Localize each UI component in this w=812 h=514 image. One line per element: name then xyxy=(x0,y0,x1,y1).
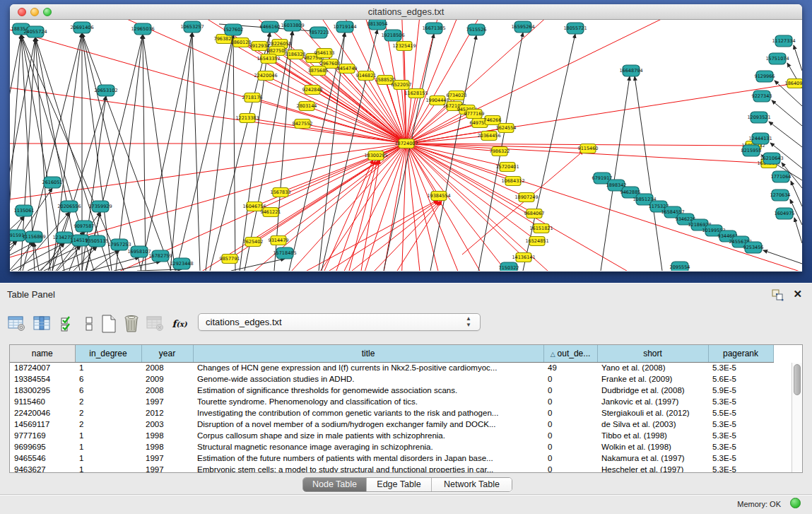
close-panel-icon[interactable]: ✕ xyxy=(793,288,802,300)
graph-node-label: 10684312 xyxy=(501,178,524,184)
graph-node-label: 1270634 xyxy=(770,192,791,198)
cell: 1 xyxy=(75,441,141,452)
graph-node-label: 15751074 xyxy=(765,56,789,62)
node-table[interactable]: namein_degreeyeartitle△out_de...shortpag… xyxy=(9,344,803,473)
table-scrollbar[interactable] xyxy=(792,363,802,472)
cell: 5.9E-5 xyxy=(708,385,773,396)
cell: 9115460 xyxy=(10,396,75,407)
table-row[interactable]: 1938455462009Genome-wide association stu… xyxy=(10,373,773,385)
float-panel-icon[interactable] xyxy=(771,288,784,301)
panel-title: Table Panel xyxy=(7,289,55,300)
cell: 1 xyxy=(75,452,141,464)
cell: 9699695 xyxy=(10,441,75,452)
graph-node-label: 9097587 xyxy=(74,223,95,229)
graph-node-label: 8813054 xyxy=(367,21,388,27)
cell: 18300295 xyxy=(10,385,75,396)
column-header-in_degree[interactable]: in_degree xyxy=(75,345,141,362)
graph-node-label: 16671385 xyxy=(422,25,445,31)
graph-node-label: 12444131 xyxy=(748,136,772,141)
cell: 6 xyxy=(75,373,141,385)
cell: 5.5E-5 xyxy=(708,407,773,419)
graph-node-label: 1604975 xyxy=(775,211,795,216)
cell: Yano et al. (2008) xyxy=(597,362,708,373)
graph-node-label: 8860128 xyxy=(231,40,252,45)
cell: 14569117 xyxy=(10,419,75,430)
table-scrollbar-thumb[interactable] xyxy=(794,364,801,395)
window-title: citations_edges.txt xyxy=(10,6,802,17)
cell: Embryonic stem cells: a model to study s… xyxy=(193,464,543,473)
column-header-year[interactable]: year xyxy=(141,345,193,362)
graph-node-label: 20691406 xyxy=(70,25,93,30)
window-titlebar[interactable]: citations_edges.txt xyxy=(10,4,802,20)
cell: Stergiakouli et al. (2012) xyxy=(597,407,708,419)
cell: Wolkin et al. (1998) xyxy=(597,441,708,452)
cell: Structural magnetic resonance image aver… xyxy=(193,441,543,452)
tab-network-table[interactable]: Network Table xyxy=(432,478,512,491)
column-header-short[interactable]: short xyxy=(597,345,708,362)
cell: 2012 xyxy=(141,407,193,419)
table-row[interactable]: 1872400712008Changes of HCN gene express… xyxy=(10,362,773,373)
column-header-pagerank[interactable]: pagerank xyxy=(708,345,773,362)
graph-node-label: 7150322 xyxy=(499,265,519,271)
graph-node-label: 16782759 xyxy=(148,253,172,259)
table-row[interactable]: 969969511998Structural magnetic resonanc… xyxy=(10,441,773,452)
cell: 2 xyxy=(75,419,141,430)
function-builder-icon[interactable]: f(x) xyxy=(170,313,189,334)
table-select-dropdown[interactable]: citations_edges.txt ▲▼ xyxy=(198,313,481,331)
cell: 6 xyxy=(75,385,141,396)
cell: 1998 xyxy=(141,441,193,452)
cell: 1 xyxy=(75,362,141,373)
tab-node-table[interactable]: Node Table xyxy=(303,478,367,491)
table-row[interactable]: 1456911722003Disruption of a novel membe… xyxy=(10,419,773,430)
citation-network-graph[interactable]: 1872400712325419796382288601288912934282… xyxy=(10,20,802,271)
graph-node-label: 10719144 xyxy=(333,24,356,30)
tab-edge-table[interactable]: Edge Table xyxy=(367,478,432,491)
cell: 0 xyxy=(543,373,597,385)
graph-node-label: 9461221 xyxy=(261,209,281,215)
graph-node-label: 9684067 xyxy=(524,211,545,216)
table-row[interactable]: 1830029562008Estimation of significance … xyxy=(10,385,773,396)
column-header-out_de[interactable]: △out_de... xyxy=(543,345,597,362)
selection-checks-icon[interactable] xyxy=(58,313,78,334)
cell: 0 xyxy=(543,385,597,396)
cell: 9465546 xyxy=(10,452,75,464)
row-height-icon[interactable] xyxy=(79,313,99,334)
cell: 5.3E-5 xyxy=(708,464,773,473)
graph-node-label: 16210643 xyxy=(760,156,783,161)
show-columns-icon[interactable] xyxy=(33,313,52,334)
status-bar: Memory: OK xyxy=(0,494,812,514)
delete-table-icon[interactable] xyxy=(146,313,165,334)
graph-node-label: 7515526 xyxy=(466,27,487,33)
column-header-title[interactable]: title xyxy=(193,345,543,362)
graph-node-label: 18907249 xyxy=(514,194,538,200)
cell: Changes of HCN gene expression and I(f) … xyxy=(193,362,543,373)
create-column-icon[interactable] xyxy=(99,313,119,334)
graph-node-label: 1567833 xyxy=(271,189,291,195)
delete-columns-icon[interactable] xyxy=(122,313,141,334)
graph-node-label: 1771064 xyxy=(771,174,792,180)
network-window[interactable]: citations_edges.txt 18724007123254197963… xyxy=(10,4,802,271)
cell: Dudbridge et al. (2008) xyxy=(597,385,708,396)
table-row[interactable]: 911546021997Tourette syndrome. Phenomeno… xyxy=(10,396,773,407)
graph-node-label: 3624554 xyxy=(496,125,517,131)
cell: 49 xyxy=(543,362,597,373)
cell: Hescheler et al. (1997) xyxy=(597,464,708,473)
column-header-name[interactable]: name xyxy=(10,345,75,362)
cell: 5.3E-5 xyxy=(708,396,773,407)
network-canvas[interactable]: 1872400712325419796382288601288912934282… xyxy=(10,20,802,271)
cell: 5.3E-5 xyxy=(708,430,773,441)
cell: 5.3E-5 xyxy=(708,441,773,452)
cell: 0 xyxy=(543,452,597,464)
graph-node-label: 16046756 xyxy=(242,204,266,209)
table-row[interactable]: 946362711997Embryonic stem cells: a mode… xyxy=(10,464,773,473)
cell: 0 xyxy=(543,396,597,407)
cell: 19384554 xyxy=(10,373,75,385)
table-row[interactable]: 977716911998Corpus callosum shape and si… xyxy=(10,430,773,441)
cell: de Silva et al. (2003) xyxy=(597,419,708,430)
table-row[interactable]: 2242004622012Investigating the contribut… xyxy=(10,407,773,419)
cell: 5.3E-5 xyxy=(708,362,773,373)
graph-node-label: 16958107 xyxy=(127,249,151,255)
table-row[interactable]: 946554611997Estimation of the future num… xyxy=(10,452,773,464)
cell: 5.6E-5 xyxy=(708,373,773,385)
table-mode-icon[interactable] xyxy=(7,313,27,334)
